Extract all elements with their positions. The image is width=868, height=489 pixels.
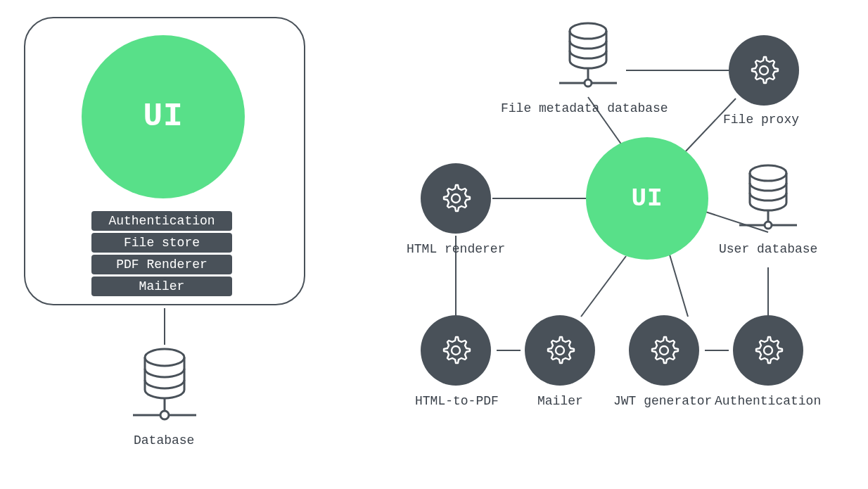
svg-line-9 xyxy=(581,256,626,317)
monolith-modules: Authentication File store PDF Renderer M… xyxy=(91,211,232,298)
svg-point-19 xyxy=(585,80,592,87)
svg-point-12 xyxy=(145,349,184,366)
ui-label: UI xyxy=(631,184,663,213)
file-proxy-label: File proxy xyxy=(723,113,799,127)
svg-point-30 xyxy=(556,346,564,355)
svg-point-22 xyxy=(760,66,768,75)
jwt-generator-node xyxy=(629,315,699,386)
module-file-store: File store xyxy=(91,233,232,253)
mailer-label: Mailer xyxy=(537,394,583,408)
gear-icon xyxy=(544,334,576,367)
svg-point-29 xyxy=(452,346,460,355)
jwt-generator-label: JWT generator xyxy=(613,394,712,408)
gear-icon xyxy=(748,54,780,87)
html-to-pdf-node xyxy=(421,315,491,386)
database-monolith xyxy=(126,348,203,432)
module-authentication: Authentication xyxy=(91,211,232,231)
html-renderer-label: HTML renderer xyxy=(407,242,505,256)
gear-icon xyxy=(440,182,472,215)
mailer-node xyxy=(525,315,595,386)
svg-point-14 xyxy=(160,411,169,419)
user-database xyxy=(729,163,807,241)
ui-label: UI xyxy=(143,99,183,135)
html-renderer-node xyxy=(421,163,491,234)
database-label: Database xyxy=(134,433,194,447)
svg-point-32 xyxy=(764,346,772,355)
database-icon xyxy=(549,21,627,99)
svg-point-26 xyxy=(765,222,772,229)
ui-node-monolith: UI xyxy=(82,35,245,198)
svg-point-31 xyxy=(660,346,668,355)
file-metadata-database xyxy=(549,21,627,99)
file-proxy-node xyxy=(729,35,799,106)
gear-icon xyxy=(648,334,680,367)
gear-icon xyxy=(440,334,472,367)
html-to-pdf-label: HTML-to-PDF xyxy=(415,394,499,408)
gear-icon xyxy=(752,334,784,367)
svg-point-24 xyxy=(750,165,786,181)
file-metadata-db-label: File metadata database xyxy=(501,101,668,115)
authentication-node xyxy=(733,315,803,386)
ui-node-microservices: UI xyxy=(586,137,708,260)
svg-line-8 xyxy=(670,255,688,317)
module-mailer: Mailer xyxy=(91,277,232,296)
user-database-label: User database xyxy=(719,242,817,256)
architecture-diagram: UI Authentication File store PDF Rendere… xyxy=(0,0,868,489)
database-icon xyxy=(729,163,807,241)
module-pdf-renderer: PDF Renderer xyxy=(91,255,232,274)
svg-point-23 xyxy=(452,194,460,203)
authentication-label: Authentication xyxy=(715,394,821,408)
database-icon xyxy=(126,348,203,432)
svg-point-17 xyxy=(570,23,606,39)
